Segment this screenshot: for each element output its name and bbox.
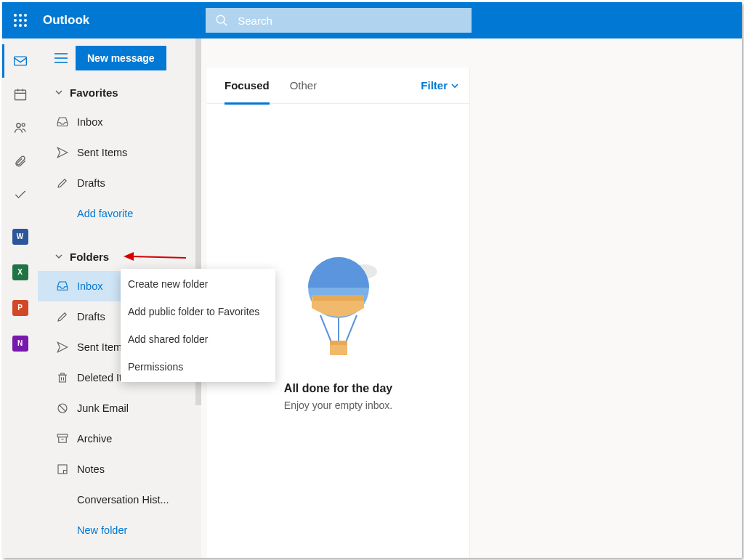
svg-line-24 [60,405,66,412]
rail-excel[interactable]: X [2,254,38,290]
svg-line-32 [346,315,357,342]
main-area: Focused Other Filter [201,38,742,558]
onenote-icon: N [12,336,28,352]
nav-label: Sent Items [77,147,127,158]
powerpoint-icon: P [12,300,28,316]
chevron-down-icon [450,81,459,90]
empty-sub: Enjoy your empty inbox. [284,399,392,411]
rail-todo[interactable] [2,178,38,211]
empty-title: All done for the day [284,382,392,395]
svg-point-1 [19,14,22,17]
chevron-down-icon [48,252,70,261]
junk-icon [48,402,77,415]
app-header: Outlook [2,2,742,38]
folder-junk[interactable]: Junk Email [38,393,201,423]
excel-icon: X [12,264,28,280]
svg-point-2 [24,14,27,17]
inbox-icon [48,280,77,293]
archive-icon [48,432,77,445]
svg-point-9 [217,15,225,23]
waffle-icon [14,14,27,27]
tab-other[interactable]: Other [290,68,318,104]
favorites-label: Favorites [70,86,118,99]
rail-word[interactable]: W [2,219,38,254]
svg-rect-25 [57,434,68,437]
rail-powerpoint[interactable]: P [2,290,38,325]
context-menu: Create new folder Add public folder to F… [121,269,275,382]
focused-inbox-tabs: Focused Other Filter [207,68,469,104]
svg-point-8 [24,24,27,27]
svg-point-5 [24,19,27,22]
search-input[interactable] [238,15,448,27]
calendar-icon [13,87,28,102]
nav-label: Sent Items [77,341,127,353]
svg-rect-12 [15,90,25,100]
rail-onenote[interactable]: N [2,325,38,361]
new-folder-link[interactable]: New folder [38,515,201,545]
tab-focused[interactable]: Focused [225,68,270,104]
rail-mail[interactable] [2,44,38,78]
send-icon [48,341,77,354]
nav-label: Drafts [77,177,105,189]
svg-point-6 [14,24,17,27]
svg-line-31 [320,315,331,342]
paperclip-icon [14,154,27,169]
module-rail: W X P N [2,38,38,558]
svg-point-7 [19,24,22,27]
svg-point-16 [16,123,20,127]
add-favorite-link[interactable]: Add favorite [38,198,201,229]
nav-label: Junk Email [77,402,129,414]
context-create-new-folder[interactable]: Create new folder [121,270,275,298]
hamburger-icon [54,53,68,63]
context-permissions[interactable]: Permissions [121,353,275,381]
chevron-down-icon [48,88,70,97]
filter-button[interactable]: Filter [421,79,459,92]
svg-rect-30 [313,295,364,301]
svg-point-4 [19,19,22,22]
svg-point-0 [14,14,17,17]
app-launcher-button[interactable] [2,2,39,38]
search-icon [206,14,238,27]
folder-notes[interactable]: Notes [38,454,201,484]
nav-label: Add favorite [77,208,133,219]
svg-point-17 [22,123,25,126]
word-icon: W [12,229,28,245]
folders-header[interactable]: Folders [38,242,201,271]
fav-inbox[interactable]: Inbox [38,107,201,137]
svg-line-10 [224,23,227,26]
svg-point-3 [14,19,17,22]
inbox-icon [48,115,77,129]
fav-sent[interactable]: Sent Items [38,137,201,168]
rail-calendar[interactable] [2,78,38,111]
check-icon [13,187,28,202]
pencil-icon [48,310,77,323]
context-add-public-folder[interactable]: Add public folder to Favorites [121,298,275,325]
nav-label: Drafts [77,311,105,322]
people-icon [13,121,28,135]
trash-icon [48,371,77,384]
pencil-icon [48,176,77,190]
send-icon [48,146,77,159]
nav-label: Notes [77,463,105,475]
svg-rect-27 [58,465,67,474]
nav-label: Inbox [77,116,102,128]
favorites-header[interactable]: Favorites [38,78,201,107]
mail-icon [13,54,28,68]
filter-label: Filter [421,79,448,92]
rail-files[interactable] [2,145,38,178]
app-brand: Outlook [43,13,89,28]
new-message-button[interactable]: New message [76,46,166,70]
folders-label: Folders [70,251,109,263]
folder-archive[interactable]: Archive [38,423,201,454]
nav-label: Inbox [77,280,102,292]
nav-label: New folder [77,524,127,536]
hamburger-button[interactable] [46,44,76,73]
search-box[interactable] [206,8,472,33]
context-add-shared-folder[interactable]: Add shared folder [121,325,275,353]
fav-drafts[interactable]: Drafts [38,168,201,198]
rail-people[interactable] [2,111,38,145]
svg-rect-11 [14,57,26,65]
folder-conversation-history[interactable]: Conversation Hist... [38,484,201,515]
nav-label: Conversation Hist... [77,494,169,506]
balloon-illustration-icon [291,251,386,368]
